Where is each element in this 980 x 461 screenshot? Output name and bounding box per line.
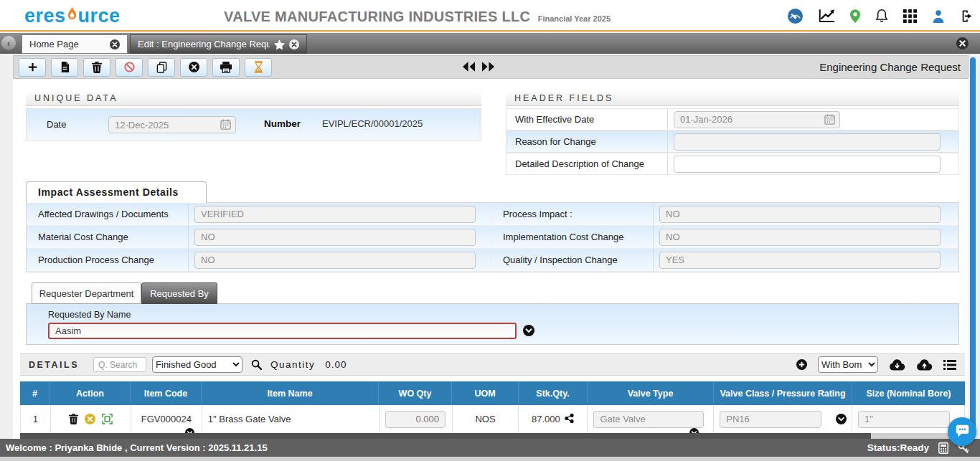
- stock-info-icon[interactable]: [564, 413, 575, 426]
- history-hourglass-button[interactable]: [245, 58, 272, 77]
- welcome-text: Welcome : Priyanka Bhide , Current Versi…: [6, 442, 268, 453]
- apps-grid-icon[interactable]: [903, 9, 917, 23]
- search-icon[interactable]: [251, 359, 262, 370]
- details-toolbar: DETAILS Finished Good Quantity 0.00 With…: [20, 353, 965, 376]
- wo-qty-cell: [380, 405, 453, 433]
- close-all-tabs-icon[interactable]: [956, 37, 969, 49]
- close-tab-icon[interactable]: [289, 39, 299, 49]
- effective-date-label: With Effective Date: [507, 109, 668, 130]
- tab-requester-department[interactable]: Requester Department: [32, 282, 141, 304]
- requested-by-name-input[interactable]: [48, 323, 517, 339]
- material-cost-row: Material Cost Change: [27, 226, 491, 249]
- affected-drawings-label: Affected Drawings / Documents: [27, 203, 189, 225]
- horizontal-scrollbar[interactable]: [20, 433, 965, 439]
- location-icon[interactable]: [850, 9, 860, 23]
- upload-cloud-icon[interactable]: [916, 359, 933, 371]
- bom-select[interactable]: With Bom: [818, 356, 878, 373]
- column-header: Action: [50, 381, 131, 405]
- details-section-title: DETAILS: [29, 360, 79, 370]
- close-tab-icon[interactable]: [110, 39, 120, 49]
- calculator-icon[interactable]: [938, 442, 948, 454]
- quality-inspection-row: Quality / Inspection Change: [491, 249, 958, 272]
- detailed-description-label: Detailed Description of Change: [507, 153, 668, 174]
- detailed-description-input[interactable]: [674, 156, 941, 173]
- implementation-cost-label: Implementation Cost Change: [491, 226, 654, 248]
- print-button[interactable]: [212, 58, 240, 77]
- cancel-block-button[interactable]: [116, 58, 143, 77]
- production-process-input[interactable]: [194, 252, 476, 269]
- impact-assessment-tab[interactable]: Impact Assessment Details: [26, 181, 207, 203]
- delete-row-icon[interactable]: [69, 414, 78, 424]
- impact-assessment-grid: Affected Drawings / Documents Process Im…: [26, 202, 959, 272]
- affected-drawings-input[interactable]: [194, 206, 476, 223]
- implementation-cost-input[interactable]: [659, 229, 941, 246]
- next-record-icon[interactable]: [481, 62, 495, 72]
- save-button[interactable]: [51, 58, 78, 77]
- tab-requested-by[interactable]: Requested By: [141, 282, 217, 304]
- column-header: Item Name: [202, 381, 379, 405]
- valve-type-input[interactable]: [593, 411, 704, 428]
- close-record-button[interactable]: [180, 58, 207, 77]
- stock-qty-value: 87.000: [532, 414, 560, 424]
- list-view-icon[interactable]: [943, 360, 956, 370]
- chevron-down-icon[interactable]: [836, 414, 847, 424]
- process-impact-input[interactable]: [659, 206, 941, 223]
- quality-inspection-input[interactable]: [659, 252, 941, 269]
- add-row-icon[interactable]: [796, 359, 807, 370]
- company-name: VALVE MANUFACTURING INDUSTRIES LLC: [224, 9, 530, 24]
- row-number-cell: 1: [21, 405, 51, 433]
- tab-home-page[interactable]: Home Page: [22, 34, 128, 54]
- tab-scroll-left-button[interactable]: ‹: [1, 36, 16, 50]
- previous-record-icon[interactable]: [462, 62, 476, 72]
- vertical-scrollbar-thumb[interactable]: [970, 57, 976, 430]
- material-cost-input[interactable]: [194, 229, 476, 246]
- logo-text: urce: [78, 5, 121, 27]
- tab-edit-engineering-change-request[interactable]: Edit : Engineering Change Request: [130, 34, 307, 54]
- notifications-icon[interactable]: [875, 9, 888, 23]
- tab-bar: ‹ Home Page Edit : Engineering Change Re…: [0, 33, 980, 54]
- favorite-star-icon[interactable]: [274, 39, 285, 49]
- analytics-icon[interactable]: [819, 9, 835, 23]
- dashboard-icon[interactable]: [787, 8, 804, 24]
- column-header: Size (Nominal Bore): [852, 381, 965, 405]
- logout-icon[interactable]: [960, 9, 974, 23]
- horizontal-scrollbar-thumb[interactable]: [20, 433, 871, 439]
- download-cloud-icon[interactable]: [889, 359, 905, 371]
- valve-type-cell: [588, 405, 714, 433]
- details-right-actions: With Bom: [796, 356, 956, 373]
- material-cost-label: Material Cost Change: [27, 226, 189, 248]
- vertical-scrollbar[interactable]: [970, 56, 976, 437]
- calendar-icon[interactable]: [220, 119, 231, 133]
- header-fields-rows: With Effective Date Reason for Change De…: [506, 108, 959, 175]
- column-header: Item Code: [131, 381, 202, 405]
- reason-for-change-input[interactable]: [674, 133, 941, 151]
- uom-cell: NOS: [453, 405, 519, 433]
- size-input[interactable]: [858, 411, 950, 428]
- copy-button[interactable]: [148, 58, 175, 77]
- effective-date-input[interactable]: [674, 111, 840, 128]
- quantity-value: 0.00: [325, 359, 347, 370]
- new-button[interactable]: [19, 58, 46, 77]
- eresource-logo[interactable]: eres urce: [24, 4, 121, 28]
- tab-label: Home Page: [29, 39, 105, 49]
- reason-for-change-label: Reason for Change: [507, 131, 668, 152]
- chevron-down-icon[interactable]: [523, 325, 534, 336]
- chat-button[interactable]: [948, 417, 976, 446]
- unique-data-row: Date Number EVIPL/ECR/00001/2025: [26, 108, 481, 141]
- clear-row-icon[interactable]: [85, 414, 95, 424]
- wo-qty-input[interactable]: [385, 411, 446, 428]
- delete-button[interactable]: [83, 58, 110, 77]
- number-value: EVIPL/ECR/00001/2025: [322, 118, 423, 129]
- quality-inspection-label: Quality / Inspection Change: [491, 249, 654, 271]
- date-input[interactable]: [108, 116, 236, 133]
- number-label: Number: [264, 118, 301, 129]
- item-type-select[interactable]: Finished Good: [152, 356, 242, 373]
- valve-class-input[interactable]: [720, 411, 821, 428]
- user-icon[interactable]: [932, 9, 945, 23]
- record-toolbar: Engineering Change Request: [13, 55, 969, 79]
- details-search-input[interactable]: [93, 357, 146, 372]
- bom-select-icon[interactable]: [102, 414, 113, 424]
- column-header: WO Qty: [379, 381, 452, 405]
- production-process-label: Production Process Change: [27, 249, 189, 271]
- calendar-icon[interactable]: [824, 114, 835, 128]
